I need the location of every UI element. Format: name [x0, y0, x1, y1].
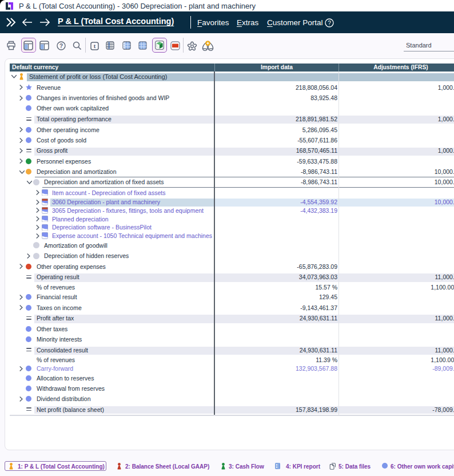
svg-text:?: ? — [328, 20, 331, 26]
svg-text:?: ? — [59, 43, 63, 49]
svg-text:t: t — [93, 43, 95, 49]
